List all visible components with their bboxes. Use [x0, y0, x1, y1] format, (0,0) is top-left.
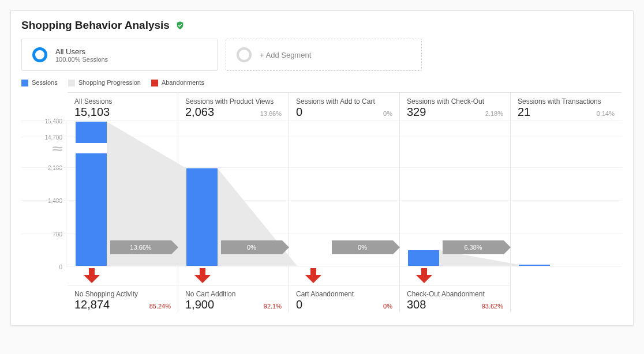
swatch-blue-icon [21, 80, 28, 86]
abandon-pct: 85.24% [149, 303, 171, 310]
progression-pct: 6.38% [443, 240, 504, 254]
col-label: Sessions with Product Views [185, 97, 282, 106]
y-tick: 2,100 [48, 165, 62, 171]
abandon-cell[interactable]: No Cart Addition 1,900 92.1% [178, 285, 289, 312]
abandon-arrow-icon [416, 268, 432, 283]
swatch-grey-icon [68, 80, 75, 86]
abandon-pct: 92.1% [264, 303, 282, 310]
shopping-behavior-card: Shopping Behavior Analysis All Users 100… [10, 10, 634, 326]
abandon-value: 308 [407, 298, 426, 311]
abandon-cell-empty [511, 285, 621, 312]
funnel-chart: 15,400 14,700 ≈ 2,100 1,400 700 0 All Se… [21, 92, 623, 312]
col-pct: 0.14% [597, 110, 615, 117]
segment-label: All Users [55, 47, 108, 56]
bar-lower [76, 153, 107, 266]
col-value: 15,103 [74, 106, 110, 119]
abandon-arrow-icon [305, 268, 321, 283]
segment-circle-icon [32, 47, 47, 62]
legend: Sessions Shopping Progression Abandonmen… [21, 79, 623, 86]
bar-upper [76, 122, 107, 143]
col-label: Sessions with Add to Cart [296, 97, 392, 106]
bar [186, 168, 218, 266]
bar [519, 265, 550, 266]
abandon-pct: 93.62% [482, 303, 503, 310]
y-axis: 15,400 14,700 ≈ 2,100 1,400 700 0 [21, 121, 66, 267]
progression-arrow: 13.66% [110, 240, 178, 254]
funnel-col-transactions[interactable]: Sessions with Transactions 21 0.14% [511, 92, 621, 312]
funnel-col-product-views[interactable]: Sessions with Product Views 2,063 13.66%… [178, 92, 289, 312]
add-segment-circle-icon [237, 47, 252, 62]
y-tick: 700 [53, 231, 62, 238]
title-row: Shopping Behavior Analysis [21, 19, 623, 32]
add-segment-label: + Add Segment [260, 51, 311, 59]
bar [408, 250, 439, 266]
progression-arrow: 6.38% [443, 240, 511, 254]
funnel-columns: All Sessions 15,103 13.6 [68, 92, 623, 312]
segment-all-users[interactable]: All Users 100.00% Sessions [21, 39, 218, 71]
abandon-value: 1,900 [185, 298, 214, 311]
progression-pct: 13.66% [110, 240, 171, 254]
progression-pct: 0% [332, 240, 393, 254]
segment-sublabel: 100.00% Sessions [55, 56, 108, 63]
legend-item-progression: Shopping Progression [68, 79, 141, 86]
abandon-value: 12,874 [74, 298, 110, 311]
col-label: Sessions with Transactions [518, 97, 615, 106]
col-pct: 13.66% [260, 110, 282, 117]
legend-item-abandonments: Abandonments [151, 79, 204, 86]
abandon-pct: 0% [383, 303, 392, 310]
col-pct: 2.18% [485, 110, 503, 117]
y-tick: 14,700 [44, 134, 62, 141]
funnel-col-add-to-cart[interactable]: Sessions with Add to Cart 0 0% 0% [289, 92, 400, 312]
abandon-label: Cart Abandonment [296, 290, 392, 298]
col-label: Sessions with Check-Out [407, 97, 503, 106]
abandon-value: 0 [296, 298, 302, 311]
col-value: 21 [518, 106, 530, 119]
col-pct: 0% [383, 110, 392, 117]
legend-item-sessions: Sessions [21, 79, 58, 86]
abandon-label: Check-Out Abandonment [407, 290, 503, 298]
abandon-cell[interactable]: Cart Abandonment 0 0% [289, 285, 399, 312]
abandon-arrow-icon [194, 268, 211, 283]
progression-arrow: 0% [221, 240, 289, 254]
col-value: 2,063 [185, 106, 214, 119]
swatch-red-icon [151, 80, 158, 86]
funnel-col-all-sessions[interactable]: All Sessions 15,103 13.6 [68, 92, 178, 312]
y-tick: 0 [59, 264, 62, 270]
abandon-label: No Shopping Activity [74, 290, 171, 298]
abandon-arrow-icon [84, 268, 100, 283]
col-value: 329 [407, 106, 426, 119]
col-label: All Sessions [74, 97, 171, 106]
col-value: 0 [296, 106, 302, 119]
abandon-cell[interactable]: Check-Out Abandonment 308 93.62% [400, 285, 510, 312]
y-tick: 15,400 [44, 118, 62, 125]
segment-row: All Users 100.00% Sessions + Add Segment [21, 39, 623, 71]
add-segment-button[interactable]: + Add Segment [226, 39, 422, 71]
y-tick: 1,400 [48, 198, 62, 204]
funnel-col-check-out[interactable]: Sessions with Check-Out 329 2.18% 6.38% [400, 92, 511, 312]
abandon-cell[interactable]: No Shopping Activity 12,874 85.24% [68, 285, 178, 312]
verified-shield-icon [175, 21, 185, 30]
progression-pct: 0% [221, 240, 282, 254]
progression-arrow: 0% [332, 240, 400, 254]
page-title: Shopping Behavior Analysis [21, 19, 170, 32]
abandon-label: No Cart Addition [185, 290, 282, 298]
